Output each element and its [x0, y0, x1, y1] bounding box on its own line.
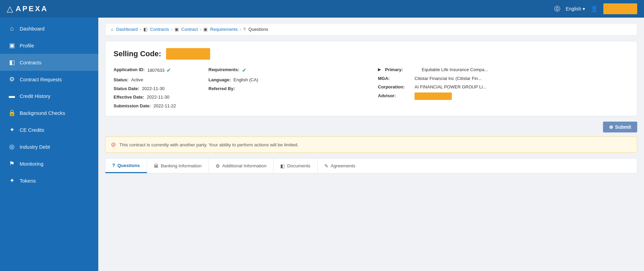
tab-questions[interactable]: ? Questions [105, 159, 147, 173]
sidebar-item-monitoring[interactable]: ⚑ Monitoring [0, 155, 98, 172]
requirements-row: Requirements: ✔ [208, 66, 303, 75]
sidebar-item-background-checks[interactable]: 🔒 Background Checks [0, 104, 98, 121]
language-chevron-icon: ▾ [583, 6, 585, 12]
tab-additional[interactable]: ⚙ Additional Information [209, 159, 274, 173]
primary-label: Primary: [385, 66, 419, 73]
app-id-check-icon: ✔ [166, 66, 171, 75]
submit-row: ⊕ Submit [105, 122, 637, 132]
effective-date-row: Effective Date: 2022-11-30 [114, 94, 208, 101]
tokens-icon: ✦ [8, 177, 16, 184]
breadcrumb-contracts[interactable]: Contracts [150, 27, 169, 32]
breadcrumb-questions: Questions [248, 27, 268, 32]
sidebar-item-tokens[interactable]: ✦ Tokens [0, 172, 98, 189]
sidebar-item-profile[interactable]: ▣ Profile [0, 37, 98, 54]
requirements-value: ✔ [242, 66, 246, 75]
breadcrumb-contracts-icon: ◧ [143, 27, 147, 32]
sidebar-label-profile: Profile [20, 43, 34, 48]
logo-triangle-icon: △ [7, 4, 13, 14]
warning-banner: ⊘ This contract is currently with anothe… [105, 137, 637, 153]
sidebar-label-dashboard: Dashboard [20, 26, 44, 32]
submit-label: Submit [615, 124, 631, 130]
tab-agreements-icon: ✎ [324, 163, 328, 169]
corporation-value: AI FINANCIAL POWER GROUP LI... [415, 84, 486, 90]
breadcrumb-dashboard[interactable]: Dashboard [116, 27, 138, 32]
sidebar: ⌂ Dashboard ▣ Profile ◧ Contracts ⚙ Cont… [0, 18, 98, 271]
sidebar-label-monitoring: Monitoring [20, 161, 43, 167]
status-date-value: 2022-11-30 [142, 85, 165, 92]
sidebar-item-credit-history[interactable]: ▬ Credit History [0, 88, 98, 104]
corporation-label: Corporation: [378, 84, 412, 90]
profile-icon: ▣ [8, 42, 16, 49]
tab-agreements[interactable]: ✎ Agreements [318, 159, 362, 173]
submission-date-label: Submission Date: [114, 103, 151, 109]
info-col-1: Application ID: 1807633 ✔ Status: Active… [114, 66, 208, 109]
contracts-icon: ◧ [8, 59, 16, 66]
status-date-row: Status Date: 2022-11-30 [114, 85, 208, 92]
warning-text: This contract is currently with another … [119, 142, 299, 147]
sidebar-label-credit-history: Credit History [20, 93, 51, 99]
warning-icon: ⊘ [111, 141, 116, 148]
contract-card: Selling Code: Application ID: 1807633 ✔ … [105, 41, 637, 116]
submission-date-value: 2022-11-22 [154, 103, 176, 109]
status-value: Active [131, 77, 143, 83]
status-label: Status: [114, 77, 128, 83]
tab-banking-label: Banking Information [161, 163, 202, 168]
tab-documents[interactable]: ◧ Documents [274, 159, 317, 173]
sidebar-label-industry-debt: Industry Debt [20, 144, 50, 150]
sidebar-label-background-checks: Background Checks [20, 110, 65, 116]
sidebar-item-ce-credits[interactable]: ✦ CE Credits [0, 121, 98, 138]
referred-by-row: Referred By: [208, 85, 303, 92]
info-col-3 [303, 66, 378, 109]
tab-documents-icon: ◧ [280, 163, 285, 169]
tab-additional-icon: ⚙ [216, 163, 220, 169]
info-col-2: Requirements: ✔ Language: English (CA) R… [208, 66, 303, 109]
nav-cta-button[interactable] [603, 3, 637, 14]
status-date-label: Status Date: [114, 85, 139, 92]
language-label: English [566, 6, 581, 12]
sidebar-label-contract-requests: Contract Requests [20, 77, 62, 82]
breadcrumb-contract-icon: ▣ [175, 27, 179, 32]
tab-documents-label: Documents [287, 163, 310, 168]
tab-questions-label: Questions [118, 163, 140, 168]
language-value: English (CA) [234, 77, 258, 83]
language-selector[interactable]: English ▾ [566, 6, 585, 12]
effective-date-label: Effective Date: [114, 94, 144, 101]
language-row: Language: English (CA) [208, 77, 303, 83]
logo-area: △ APEXA [7, 4, 48, 14]
app-id-number: 1807633 [147, 67, 165, 74]
info-grid: Application ID: 1807633 ✔ Status: Active… [114, 66, 629, 109]
corporation-row: Corporation: AI FINANCIAL POWER GROUP LI… [378, 84, 629, 90]
user-icon[interactable]: 👤 [590, 5, 598, 13]
breadcrumb-requirements[interactable]: Requirements [210, 27, 238, 32]
help-icon[interactable]: ⓪ [554, 5, 560, 13]
sidebar-item-dashboard[interactable]: ⌂ Dashboard [0, 20, 98, 37]
app-id-value: 1807633 ✔ [147, 66, 171, 75]
requirements-check-icon: ✔ [242, 66, 246, 75]
submit-button[interactable]: ⊕ Submit [603, 122, 637, 132]
selling-code-row: Selling Code: [114, 48, 629, 60]
effective-date-value: 2022-11-30 [147, 94, 169, 101]
tab-agreements-label: Agreements [331, 163, 356, 168]
app-id-label: Application ID: [114, 66, 145, 75]
sidebar-item-industry-debt[interactable]: ◎ Industry Debt [0, 138, 98, 155]
selling-code-value [166, 48, 210, 60]
tabs-bar: ? Questions 🏛 Banking Information ⚙ Addi… [105, 158, 637, 173]
logo-text: APEXA [16, 4, 48, 13]
referred-by-label: Referred By: [208, 85, 235, 92]
requirements-label: Requirements: [208, 66, 239, 75]
main-layout: ⌂ Dashboard ▣ Profile ◧ Contracts ⚙ Cont… [0, 18, 644, 271]
submit-circle-icon: ⊕ [609, 124, 613, 130]
sidebar-item-contract-requests[interactable]: ⚙ Contract Requests [0, 71, 98, 88]
sidebar-label-ce-credits: CE Credits [20, 127, 44, 133]
tab-banking[interactable]: 🏛 Banking Information [147, 159, 209, 173]
breadcrumb-contract[interactable]: Contract [181, 27, 198, 32]
tab-additional-label: Additional Information [222, 163, 267, 168]
sidebar-label-contracts: Contracts [20, 60, 41, 65]
advisor-row: Advisor: [378, 92, 629, 100]
main-content: ⌂ Dashboard › ◧ Contracts › ▣ Contract ›… [98, 18, 644, 271]
sidebar-item-contracts[interactable]: ◧ Contracts [0, 54, 98, 71]
breadcrumb: ⌂ Dashboard › ◧ Contracts › ▣ Contract ›… [105, 23, 637, 36]
primary-arrow-icon: ▶ [378, 66, 381, 72]
submission-date-row: Submission Date: 2022-11-22 [114, 103, 208, 109]
primary-row: ▶ Primary: Equitable Life Insurance Comp… [378, 66, 629, 73]
